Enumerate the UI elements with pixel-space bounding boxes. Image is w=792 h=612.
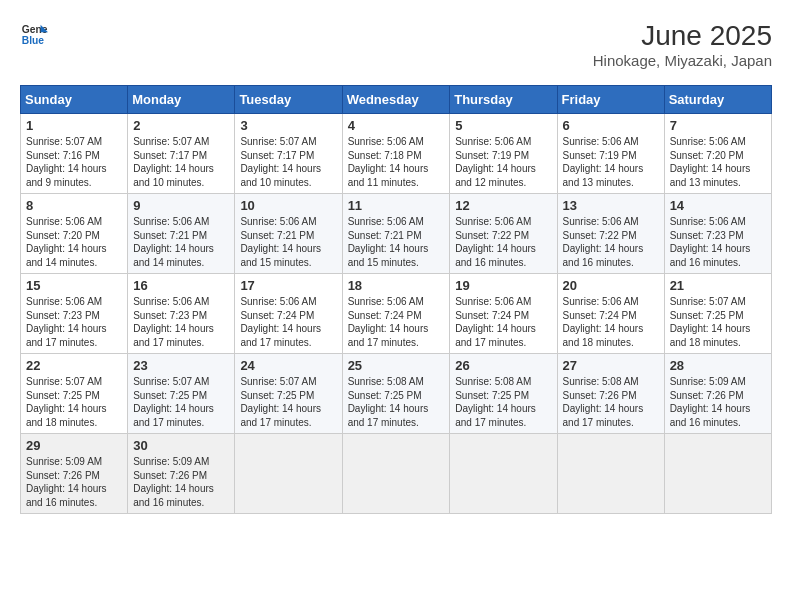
header-monday: Monday: [128, 86, 235, 114]
cell-content: Sunrise: 5:09 AMSunset: 7:26 PMDaylight:…: [133, 455, 229, 509]
calendar-cell: 24 Sunrise: 5:07 AMSunset: 7:25 PMDaylig…: [235, 354, 342, 434]
day-number: 10: [240, 198, 336, 213]
calendar-cell: 5 Sunrise: 5:06 AMSunset: 7:19 PMDayligh…: [450, 114, 557, 194]
day-number: 30: [133, 438, 229, 453]
cell-content: Sunrise: 5:07 AMSunset: 7:16 PMDaylight:…: [26, 135, 122, 189]
cell-content: Sunrise: 5:07 AMSunset: 7:25 PMDaylight:…: [240, 375, 336, 429]
calendar-cell: 30 Sunrise: 5:09 AMSunset: 7:26 PMDaylig…: [128, 434, 235, 514]
cell-content: Sunrise: 5:09 AMSunset: 7:26 PMDaylight:…: [670, 375, 766, 429]
cell-content: Sunrise: 5:06 AMSunset: 7:23 PMDaylight:…: [133, 295, 229, 349]
calendar-week-row: 29 Sunrise: 5:09 AMSunset: 7:26 PMDaylig…: [21, 434, 772, 514]
cell-content: Sunrise: 5:08 AMSunset: 7:26 PMDaylight:…: [563, 375, 659, 429]
cell-content: Sunrise: 5:06 AMSunset: 7:22 PMDaylight:…: [455, 215, 551, 269]
calendar-cell: [450, 434, 557, 514]
cell-content: Sunrise: 5:07 AMSunset: 7:17 PMDaylight:…: [240, 135, 336, 189]
calendar-cell: 17 Sunrise: 5:06 AMSunset: 7:24 PMDaylig…: [235, 274, 342, 354]
page-header: General Blue June 2025 Hinokage, Miyazak…: [20, 20, 772, 69]
day-number: 7: [670, 118, 766, 133]
cell-content: Sunrise: 5:08 AMSunset: 7:25 PMDaylight:…: [348, 375, 445, 429]
day-number: 29: [26, 438, 122, 453]
day-number: 12: [455, 198, 551, 213]
calendar-cell: 9 Sunrise: 5:06 AMSunset: 7:21 PMDayligh…: [128, 194, 235, 274]
logo: General Blue: [20, 20, 48, 48]
calendar-cell: 11 Sunrise: 5:06 AMSunset: 7:21 PMDaylig…: [342, 194, 450, 274]
cell-content: Sunrise: 5:07 AMSunset: 7:25 PMDaylight:…: [670, 295, 766, 349]
cell-content: Sunrise: 5:08 AMSunset: 7:25 PMDaylight:…: [455, 375, 551, 429]
calendar-cell: 2 Sunrise: 5:07 AMSunset: 7:17 PMDayligh…: [128, 114, 235, 194]
day-number: 2: [133, 118, 229, 133]
cell-content: Sunrise: 5:06 AMSunset: 7:20 PMDaylight:…: [26, 215, 122, 269]
calendar-cell: 19 Sunrise: 5:06 AMSunset: 7:24 PMDaylig…: [450, 274, 557, 354]
day-number: 5: [455, 118, 551, 133]
day-number: 24: [240, 358, 336, 373]
cell-content: Sunrise: 5:06 AMSunset: 7:21 PMDaylight:…: [240, 215, 336, 269]
day-number: 8: [26, 198, 122, 213]
calendar-cell: 10 Sunrise: 5:06 AMSunset: 7:21 PMDaylig…: [235, 194, 342, 274]
calendar-header-row: SundayMondayTuesdayWednesdayThursdayFrid…: [21, 86, 772, 114]
title-block: June 2025 Hinokage, Miyazaki, Japan: [593, 20, 772, 69]
calendar-cell: 13 Sunrise: 5:06 AMSunset: 7:22 PMDaylig…: [557, 194, 664, 274]
header-friday: Friday: [557, 86, 664, 114]
day-number: 16: [133, 278, 229, 293]
calendar-cell: 26 Sunrise: 5:08 AMSunset: 7:25 PMDaylig…: [450, 354, 557, 434]
cell-content: Sunrise: 5:07 AMSunset: 7:25 PMDaylight:…: [133, 375, 229, 429]
day-number: 22: [26, 358, 122, 373]
logo-icon: General Blue: [20, 20, 48, 48]
calendar-cell: 14 Sunrise: 5:06 AMSunset: 7:23 PMDaylig…: [664, 194, 771, 274]
calendar-cell: 21 Sunrise: 5:07 AMSunset: 7:25 PMDaylig…: [664, 274, 771, 354]
header-tuesday: Tuesday: [235, 86, 342, 114]
cell-content: Sunrise: 5:06 AMSunset: 7:22 PMDaylight:…: [563, 215, 659, 269]
day-number: 9: [133, 198, 229, 213]
day-number: 18: [348, 278, 445, 293]
calendar-cell: 18 Sunrise: 5:06 AMSunset: 7:24 PMDaylig…: [342, 274, 450, 354]
calendar-cell: 29 Sunrise: 5:09 AMSunset: 7:26 PMDaylig…: [21, 434, 128, 514]
page-title: June 2025: [593, 20, 772, 52]
calendar-week-row: 1 Sunrise: 5:07 AMSunset: 7:16 PMDayligh…: [21, 114, 772, 194]
calendar-cell: [235, 434, 342, 514]
cell-content: Sunrise: 5:06 AMSunset: 7:23 PMDaylight:…: [26, 295, 122, 349]
cell-content: Sunrise: 5:07 AMSunset: 7:25 PMDaylight:…: [26, 375, 122, 429]
day-number: 21: [670, 278, 766, 293]
day-number: 14: [670, 198, 766, 213]
calendar-cell: 20 Sunrise: 5:06 AMSunset: 7:24 PMDaylig…: [557, 274, 664, 354]
cell-content: Sunrise: 5:06 AMSunset: 7:18 PMDaylight:…: [348, 135, 445, 189]
calendar-cell: 27 Sunrise: 5:08 AMSunset: 7:26 PMDaylig…: [557, 354, 664, 434]
header-saturday: Saturday: [664, 86, 771, 114]
calendar-cell: 3 Sunrise: 5:07 AMSunset: 7:17 PMDayligh…: [235, 114, 342, 194]
page-subtitle: Hinokage, Miyazaki, Japan: [593, 52, 772, 69]
calendar-cell: [342, 434, 450, 514]
header-wednesday: Wednesday: [342, 86, 450, 114]
calendar-week-row: 8 Sunrise: 5:06 AMSunset: 7:20 PMDayligh…: [21, 194, 772, 274]
cell-content: Sunrise: 5:06 AMSunset: 7:20 PMDaylight:…: [670, 135, 766, 189]
day-number: 1: [26, 118, 122, 133]
cell-content: Sunrise: 5:06 AMSunset: 7:24 PMDaylight:…: [455, 295, 551, 349]
day-number: 3: [240, 118, 336, 133]
cell-content: Sunrise: 5:06 AMSunset: 7:24 PMDaylight:…: [348, 295, 445, 349]
calendar-cell: 16 Sunrise: 5:06 AMSunset: 7:23 PMDaylig…: [128, 274, 235, 354]
calendar-cell: 25 Sunrise: 5:08 AMSunset: 7:25 PMDaylig…: [342, 354, 450, 434]
day-number: 11: [348, 198, 445, 213]
cell-content: Sunrise: 5:06 AMSunset: 7:21 PMDaylight:…: [348, 215, 445, 269]
calendar-cell: 8 Sunrise: 5:06 AMSunset: 7:20 PMDayligh…: [21, 194, 128, 274]
cell-content: Sunrise: 5:06 AMSunset: 7:24 PMDaylight:…: [240, 295, 336, 349]
svg-text:Blue: Blue: [22, 35, 45, 46]
calendar-week-row: 22 Sunrise: 5:07 AMSunset: 7:25 PMDaylig…: [21, 354, 772, 434]
calendar-cell: 28 Sunrise: 5:09 AMSunset: 7:26 PMDaylig…: [664, 354, 771, 434]
cell-content: Sunrise: 5:06 AMSunset: 7:23 PMDaylight:…: [670, 215, 766, 269]
calendar-cell: [664, 434, 771, 514]
day-number: 13: [563, 198, 659, 213]
cell-content: Sunrise: 5:06 AMSunset: 7:19 PMDaylight:…: [563, 135, 659, 189]
day-number: 28: [670, 358, 766, 373]
calendar-cell: 12 Sunrise: 5:06 AMSunset: 7:22 PMDaylig…: [450, 194, 557, 274]
cell-content: Sunrise: 5:06 AMSunset: 7:24 PMDaylight:…: [563, 295, 659, 349]
day-number: 15: [26, 278, 122, 293]
day-number: 20: [563, 278, 659, 293]
calendar-cell: 15 Sunrise: 5:06 AMSunset: 7:23 PMDaylig…: [21, 274, 128, 354]
day-number: 25: [348, 358, 445, 373]
calendar-cell: 7 Sunrise: 5:06 AMSunset: 7:20 PMDayligh…: [664, 114, 771, 194]
cell-content: Sunrise: 5:06 AMSunset: 7:19 PMDaylight:…: [455, 135, 551, 189]
day-number: 6: [563, 118, 659, 133]
day-number: 23: [133, 358, 229, 373]
cell-content: Sunrise: 5:06 AMSunset: 7:21 PMDaylight:…: [133, 215, 229, 269]
cell-content: Sunrise: 5:09 AMSunset: 7:26 PMDaylight:…: [26, 455, 122, 509]
